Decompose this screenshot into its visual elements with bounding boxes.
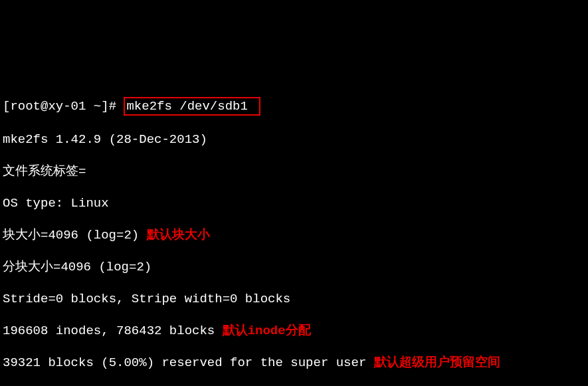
annotation-reserved: 默认超级用户预留空间 [374, 355, 500, 370]
line-ostype: OS type: Linux [3, 195, 585, 211]
shell-prompt: [root@xy-01 ~]# [3, 99, 124, 114]
line-reserved: 39321 blocks (5.00%) reserved for the su… [3, 355, 585, 371]
annotation-inodes: 默认inode分配 [223, 324, 311, 338]
prompt-line-1[interactable]: [root@xy-01 ~]# mke2fs /dev/sdb1 [3, 97, 585, 116]
line-stride: Stride=0 blocks, Stripe width=0 blocks [3, 291, 585, 307]
line-fragsize: 分块大小=4096 (log=2) [3, 259, 585, 275]
terminal-output: [root@xy-01 ~]# mke2fs /dev/sdb1 mke2fs … [0, 80, 588, 386]
line-blocksize: 块大小=4096 (log=2) 默认块大小 [3, 227, 585, 243]
command-mke2fs: mke2fs /dev/sdb1 [124, 97, 260, 116]
annotation-blocksize: 默认块大小 [147, 228, 210, 242]
line-version: mke2fs 1.42.9 (28-Dec-2013) [3, 132, 585, 147]
line-fslabel: 文件系统标签= [3, 163, 585, 179]
line-inodes: 196608 inodes, 786432 blocks 默认inode分配 [3, 323, 585, 339]
